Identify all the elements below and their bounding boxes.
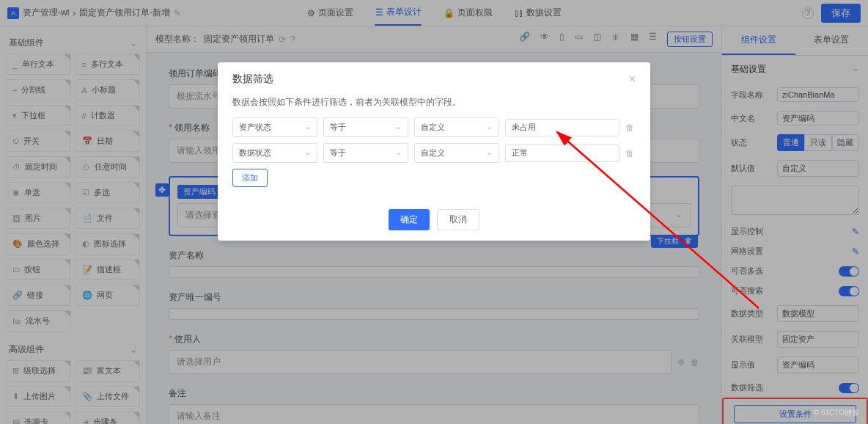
modal-overlay: 数据筛选 × 数据会按照如下条件进行筛选，前者为关联模型中的字段。 资产状态 等… bbox=[0, 0, 868, 424]
filter-type-select[interactable]: 自定义 bbox=[414, 117, 499, 137]
filter-type-select[interactable]: 自定义 bbox=[414, 143, 499, 163]
filter-op-select[interactable]: 等于 bbox=[323, 117, 408, 137]
filter-row: 数据状态 等于 自定义 🗑 bbox=[232, 143, 636, 163]
delete-icon[interactable]: 🗑 bbox=[625, 123, 636, 133]
filter-field-select[interactable]: 资产状态 bbox=[232, 117, 317, 137]
modal-title: 数据筛选 bbox=[232, 73, 273, 86]
add-filter-button[interactable]: 添加 bbox=[232, 169, 268, 187]
filter-field-select[interactable]: 数据状态 bbox=[232, 143, 317, 163]
delete-icon[interactable]: 🗑 bbox=[625, 148, 636, 158]
watermark: © 51CTO博客 bbox=[814, 408, 859, 418]
modal-hint: 数据会按照如下条件进行筛选，前者为关联模型中的字段。 bbox=[232, 96, 636, 109]
data-filter-modal: 数据筛选 × 数据会按照如下条件进行筛选，前者为关联模型中的字段。 资产状态 等… bbox=[218, 62, 650, 241]
filter-value-input[interactable] bbox=[505, 119, 619, 136]
close-icon[interactable]: × bbox=[629, 73, 636, 86]
cancel-button[interactable]: 取消 bbox=[437, 209, 479, 230]
filter-row: 资产状态 等于 自定义 🗑 bbox=[232, 117, 636, 137]
filter-value-input[interactable] bbox=[505, 145, 619, 162]
confirm-button[interactable]: 确定 bbox=[389, 209, 430, 230]
filter-op-select[interactable]: 等于 bbox=[323, 143, 408, 163]
